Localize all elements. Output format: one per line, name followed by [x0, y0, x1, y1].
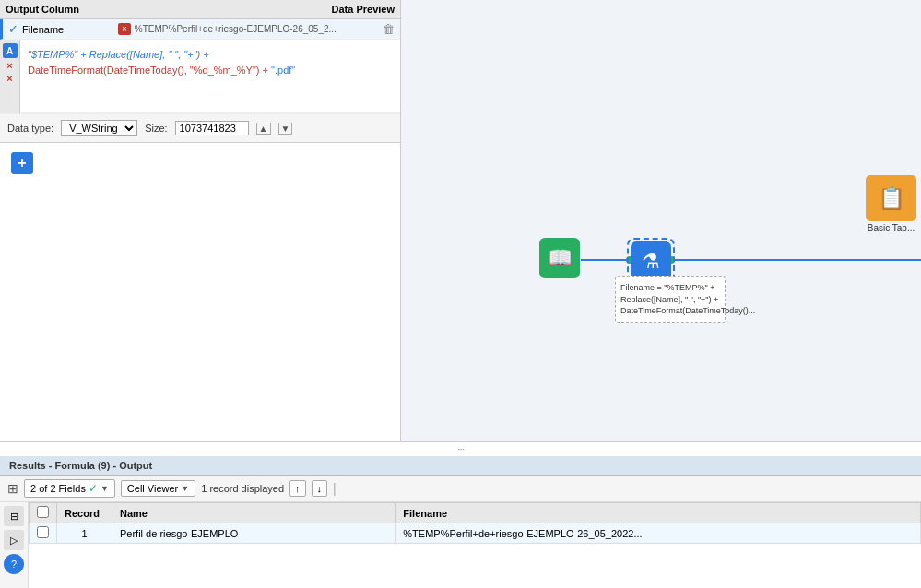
add-button-container: +: [0, 143, 400, 183]
side-icon-panel: ⊟ ▷ ?: [0, 502, 29, 588]
data-preview-label: Data Preview: [202, 4, 395, 15]
main-container: Output Column Data Preview ✓ Filename × …: [0, 0, 921, 588]
results-panel: ···· Results - Formula (9) - Output ⊞ 2 …: [0, 441, 921, 588]
canvas-panel: 📖 ⚗ Filename = "%TEMP%" + Replace([Name]…: [401, 0, 921, 441]
select-all-checkbox[interactable]: [37, 506, 49, 518]
field-name: Filename: [22, 24, 114, 35]
field-preview-value: %TEMP%Perfil+de+riesgo-EJEMPLO-26_05_2..…: [135, 24, 379, 34]
results-toolbar: ⊞ 2 of 2 Fields ✓ ▼ Cell Viewer ▼ 1 reco…: [0, 476, 921, 502]
filename-header: Filename: [396, 503, 921, 523]
formula-popup-text: Filename = "%TEMP%" + Replace([Name], " …: [620, 282, 720, 317]
side-icon-filter[interactable]: ⊟: [4, 506, 24, 526]
grid-icon[interactable]: ⊞: [7, 481, 18, 496]
formula-line-1: "$TEMP%" + Replace([Name], " ", "+") +: [28, 47, 393, 63]
results-header-text: Results - Formula (9) - Output: [9, 460, 152, 471]
data-table: Record Name Filename 1 Perfil de riesgo-…: [29, 502, 921, 544]
field-check-icon: ✓: [8, 22, 18, 36]
filename-cell: %TEMP%Perfil+de+riesgo-EJEMPLO-26_05_202…: [396, 523, 921, 544]
book-node[interactable]: 📖: [539, 238, 580, 278]
col-header-label: Output Column: [6, 4, 198, 15]
connector-svg: [401, 0, 921, 441]
cell-viewer-label: Cell Viewer: [127, 483, 178, 494]
row-checkbox-cell[interactable]: [30, 523, 57, 544]
icon-column: A × ×: [0, 40, 20, 113]
nav-down-button[interactable]: ↓: [312, 480, 328, 497]
add-field-button[interactable]: +: [11, 152, 33, 174]
name-cell: Perfil de riesgo-EJEMPLO-: [112, 523, 396, 544]
record-count: 1 record displayed: [201, 483, 284, 494]
results-header: Results - Formula (9) - Output: [0, 456, 921, 476]
table-row: 1 Perfil de riesgo-EJEMPLO- %TEMP%Perfil…: [30, 523, 921, 544]
formula-section: A × × "$TEMP%" + Replace([Name], " ", "+…: [0, 40, 400, 114]
data-type-label: Data type:: [7, 123, 53, 134]
top-panel: Output Column Data Preview ✓ Filename × …: [0, 0, 921, 441]
fields-dropdown-arrow: ▼: [100, 484, 109, 493]
row-checkbox[interactable]: [37, 526, 49, 538]
cell-viewer-arrow: ▼: [181, 484, 189, 493]
side-icon-play[interactable]: ▷: [4, 530, 24, 550]
fields-dropdown[interactable]: 2 of 2 Fields ✓ ▼: [24, 479, 115, 498]
size-spinner-down[interactable]: ▼: [278, 123, 293, 135]
field-trash-icon[interactable]: 🗑: [383, 22, 395, 36]
record-header: Record: [57, 503, 112, 523]
basic-table-node[interactable]: 📋 Basic Tab...: [866, 175, 916, 233]
size-spinner-up[interactable]: ▲: [256, 123, 271, 135]
canvas-area: 📖 ⚗ Filename = "%TEMP%" + Replace([Name]…: [401, 0, 921, 441]
output-column-header: Output Column Data Preview: [0, 0, 400, 19]
name-header: Name: [112, 503, 396, 523]
fields-check-icon: ✓: [89, 482, 98, 495]
basic-table-label: Basic Tab...: [866, 223, 916, 233]
drag-handle[interactable]: ····: [0, 442, 921, 456]
fields-label: 2 of 2 Fields: [30, 483, 86, 494]
formula-icon-x1: ×: [6, 60, 12, 71]
size-input[interactable]: [175, 121, 249, 135]
field-delete-button[interactable]: ×: [118, 23, 131, 35]
record-cell: 1: [57, 523, 112, 544]
left-panel: Output Column Data Preview ✓ Filename × …: [0, 0, 401, 441]
checkbox-header[interactable]: [30, 503, 57, 523]
formula-icon-x2: ×: [6, 73, 12, 84]
nav-up-button[interactable]: ↑: [289, 480, 306, 497]
field-row: ✓ Filename × %TEMP%Perfil+de+riesgo-EJEM…: [0, 19, 400, 40]
formula-icon-a[interactable]: A: [3, 43, 18, 58]
formula-area: "$TEMP%" + Replace([Name], " ", "+") + D…: [20, 40, 400, 113]
size-label: Size:: [145, 123, 167, 134]
formula-line-2: DateTimeFormat(DateTimeToday(), "%d_%m_%…: [28, 63, 393, 78]
formula-popup: Filename = "%TEMP%" + Replace([Name], " …: [615, 276, 726, 323]
data-type-select[interactable]: V_WString: [61, 120, 137, 136]
results-table: Record Name Filename 1 Perfil de riesgo-…: [29, 502, 921, 588]
basic-table-icon: 📋: [866, 175, 916, 221]
separator: |: [333, 481, 337, 496]
results-table-area: ⊟ ▷ ? Record Name Filename: [0, 502, 921, 588]
data-type-row: Data type: V_WString Size: ▲ ▼: [0, 114, 400, 143]
side-icon-help[interactable]: ?: [4, 554, 24, 574]
cell-viewer-button[interactable]: Cell Viewer ▼: [121, 480, 195, 497]
book-node-icon: 📖: [539, 238, 580, 278]
